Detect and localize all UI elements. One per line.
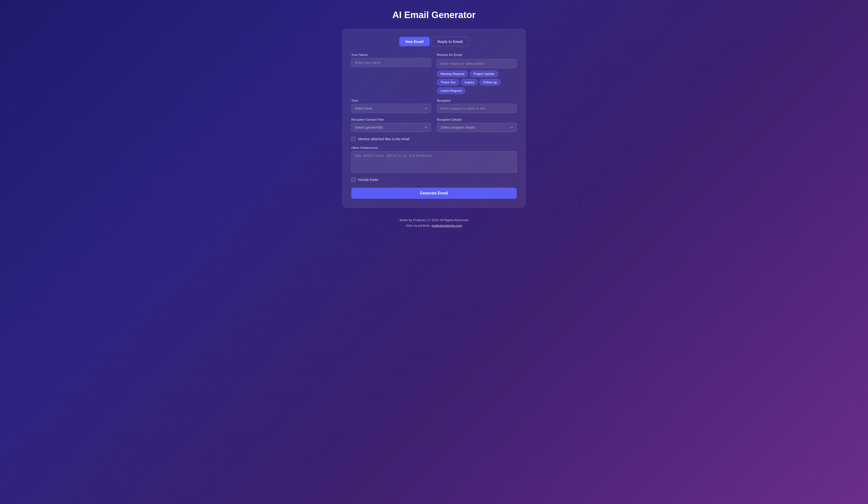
your-name-group: Your Name [351, 53, 431, 94]
mention-files-checkbox[interactable] [351, 137, 355, 141]
include-footer-checkbox[interactable] [351, 178, 355, 182]
other-preferences-textarea[interactable] [351, 151, 517, 173]
generate-email-button[interactable]: Generate Email [351, 188, 517, 199]
recipient-details-label: Recipient Details [437, 118, 517, 122]
mention-files-row: Mention attached files in the email [351, 137, 517, 141]
chip-inquiry[interactable]: Inquiry [461, 79, 478, 85]
main-card: New Email Reply to Email Your Name Reaso… [342, 29, 526, 208]
mention-files-label[interactable]: Mention attached files in the email [358, 137, 410, 141]
recipient-input[interactable] [437, 104, 517, 113]
chip-follow-up[interactable]: Follow-up [479, 79, 500, 85]
recipient-details-select[interactable]: Select recipient details Manager Colleag… [437, 123, 517, 132]
include-footer-row: Include footer [351, 178, 517, 182]
chip-thank-you[interactable]: Thank You [437, 79, 459, 85]
recipient-gender-select[interactable]: Select gender/title Mr. Ms. Mrs. Dr. Pro… [351, 123, 431, 132]
form: Your Name Reason for Email Meeting Reque… [351, 53, 517, 182]
your-name-label: Your Name [351, 53, 431, 56]
page-title: AI Email Generator [392, 10, 476, 20]
tab-row: New Email Reply to Email [351, 37, 517, 46]
reason-group: Reason for Email Meeting Request Project… [437, 53, 517, 94]
tone-group: Tone Select tone Formal Informal Friendl… [351, 99, 431, 113]
tab-reply-email[interactable]: Reply to Email [432, 37, 469, 46]
recipient-label: Recipient [437, 99, 517, 102]
footer-portfolio-link[interactable]: prathamrajsinha.com [432, 224, 462, 228]
footer: Made by Pratham | © 2024 All Rights Rese… [400, 217, 468, 228]
tone-select[interactable]: Select tone Formal Informal Friendly Pro… [351, 104, 431, 113]
recipient-gender-label: Recipient Gender/Title [351, 118, 431, 122]
recipient-gender-group: Recipient Gender/Title Select gender/tit… [351, 118, 431, 132]
reason-input[interactable] [437, 59, 517, 68]
include-footer-label[interactable]: Include footer [358, 178, 379, 182]
other-preferences-group: Other Preferences [351, 146, 517, 173]
tone-label: Tone [351, 99, 431, 102]
chip-meeting-request[interactable]: Meeting Request [437, 71, 468, 77]
other-preferences-label: Other Preferences [351, 146, 517, 150]
reason-chips: Meeting Request Project Update Thank You… [437, 71, 517, 94]
your-name-input[interactable] [351, 58, 431, 67]
chip-leave-request[interactable]: Leave Request [437, 87, 465, 94]
recipient-details-group: Recipient Details Select recipient detai… [437, 118, 517, 132]
tab-new-email[interactable]: New Email [399, 37, 430, 46]
footer-line2: Visit my portfolio: prathamrajsinha.com [400, 223, 468, 228]
reason-label: Reason for Email [437, 53, 517, 56]
recipient-group: Recipient [437, 99, 517, 113]
footer-line1: Made by Pratham | © 2024 All Rights Rese… [400, 217, 468, 223]
chip-project-update[interactable]: Project Update [470, 71, 498, 77]
footer-portfolio-prefix: Visit my portfolio: [406, 224, 432, 228]
